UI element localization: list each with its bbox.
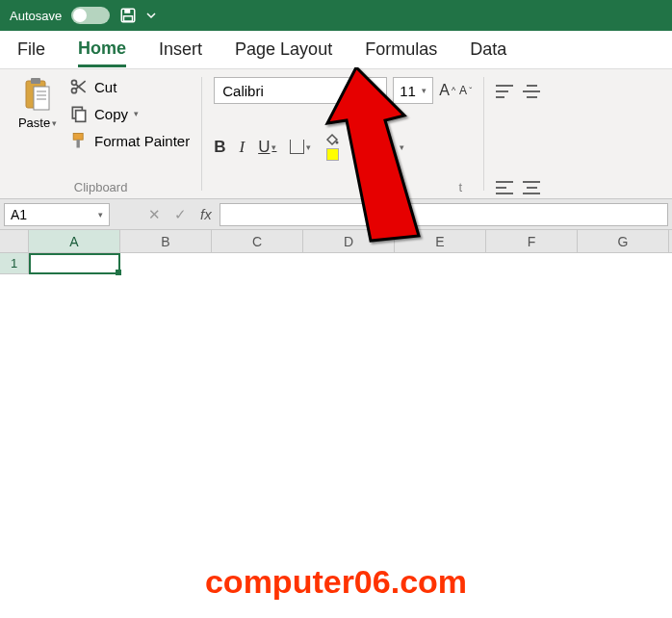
paintbrush-icon bbox=[69, 131, 89, 150]
col-header-d[interactable]: D bbox=[303, 230, 395, 252]
qat-dropdown-icon[interactable] bbox=[146, 11, 156, 20]
fill-color-button[interactable] bbox=[324, 133, 340, 161]
clipboard-group-label: Clipboard bbox=[12, 176, 190, 194]
alignment-group bbox=[484, 69, 552, 198]
tab-data[interactable]: Data bbox=[470, 34, 506, 65]
align-top-button[interactable] bbox=[496, 85, 513, 98]
copy-button[interactable]: Copy▾ bbox=[69, 104, 190, 123]
save-icon[interactable] bbox=[119, 7, 137, 24]
select-all-corner[interactable] bbox=[0, 230, 29, 252]
ribbon: Paste▾ Cut Copy▾ Format Painter Clipboar… bbox=[0, 69, 672, 199]
cancel-formula-button[interactable]: ✕ bbox=[148, 206, 161, 223]
svg-rect-1 bbox=[124, 9, 130, 13]
underline-button[interactable]: U▾ bbox=[258, 138, 276, 157]
name-box[interactable]: A1▾ bbox=[4, 203, 110, 226]
fill-handle[interactable] bbox=[116, 270, 121, 275]
font-color-button[interactable]: A bbox=[372, 139, 386, 156]
col-header-g[interactable]: G bbox=[578, 230, 669, 252]
paste-icon[interactable] bbox=[22, 77, 53, 114]
bold-button[interactable]: B bbox=[214, 138, 225, 157]
formula-bar[interactable] bbox=[220, 203, 668, 226]
svg-rect-5 bbox=[34, 87, 49, 110]
paste-button[interactable]: Paste▾ bbox=[18, 116, 57, 130]
tab-insert[interactable]: Insert bbox=[159, 34, 202, 65]
copy-icon bbox=[69, 104, 89, 123]
align-middle-button[interactable] bbox=[523, 85, 540, 98]
autosave-toggle[interactable] bbox=[71, 7, 110, 24]
worksheet: A B C D E F G 1 bbox=[0, 230, 672, 274]
borders-button[interactable]: ▾ bbox=[290, 140, 311, 154]
formula-bar-row: A1▾ ✕ ✓ fx bbox=[0, 199, 672, 230]
svg-rect-2 bbox=[124, 16, 133, 21]
align-left-button[interactable] bbox=[496, 181, 513, 194]
column-headers: A B C D E F G bbox=[0, 230, 672, 253]
clipboard-group: Paste▾ Cut Copy▾ Format Painter Clipboar… bbox=[0, 69, 201, 198]
ribbon-tabs: File Home Insert Page Layout Formulas Da… bbox=[0, 31, 672, 69]
svg-rect-14 bbox=[76, 111, 86, 122]
svg-point-17 bbox=[336, 142, 339, 144]
row-header-1[interactable]: 1 bbox=[0, 253, 28, 274]
shrink-font-button[interactable]: Aˇ bbox=[459, 82, 472, 99]
col-header-b[interactable]: B bbox=[120, 230, 212, 252]
grow-font-button[interactable]: A^ bbox=[439, 82, 455, 99]
font-group: Calibri▾ 11▾ A^ Aˇ B I U▾ ▾ ▾ A ▾ t bbox=[202, 69, 483, 198]
autosave-label: Autosave bbox=[10, 9, 62, 23]
svg-rect-16 bbox=[77, 140, 80, 147]
insert-function-button[interactable]: fx bbox=[200, 206, 212, 222]
scissors-icon bbox=[69, 77, 89, 96]
tab-home[interactable]: Home bbox=[78, 33, 126, 67]
font-name-select[interactable]: Calibri▾ bbox=[214, 77, 387, 104]
italic-button[interactable]: I bbox=[239, 138, 245, 157]
font-size-select[interactable]: 11▾ bbox=[393, 77, 433, 104]
col-header-e[interactable]: E bbox=[395, 230, 486, 252]
row-headers: 1 bbox=[0, 253, 29, 274]
watermark: computer06.com bbox=[0, 563, 672, 601]
svg-rect-15 bbox=[73, 134, 83, 141]
col-header-c[interactable]: C bbox=[212, 230, 303, 252]
font-group-label: t bbox=[214, 176, 472, 194]
col-header-a[interactable]: A bbox=[29, 230, 120, 252]
enter-formula-button[interactable]: ✓ bbox=[174, 206, 187, 223]
active-cell[interactable] bbox=[29, 253, 120, 274]
format-painter-button[interactable]: Format Painter bbox=[69, 131, 190, 150]
align-center-button[interactable] bbox=[523, 181, 540, 194]
tab-formulas[interactable]: Formulas bbox=[365, 34, 437, 65]
tab-page-layout[interactable]: Page Layout bbox=[235, 34, 332, 65]
col-header-f[interactable]: F bbox=[486, 230, 578, 252]
svg-rect-4 bbox=[31, 78, 40, 84]
cells-area[interactable] bbox=[29, 253, 672, 274]
title-bar: Autosave bbox=[0, 0, 672, 31]
tab-file[interactable]: File bbox=[17, 34, 45, 65]
bucket-icon bbox=[324, 133, 340, 146]
cut-button[interactable]: Cut bbox=[69, 77, 190, 96]
